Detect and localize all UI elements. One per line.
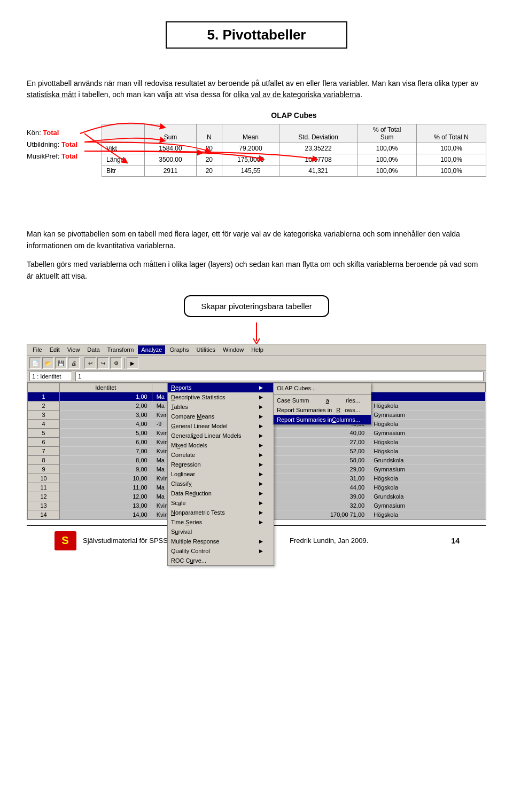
cell-v4: Högskola (369, 510, 486, 519)
spss-screenshot: File Edit View Data Transform Analyze Gr… (27, 344, 486, 520)
cell-v4: Högskola (369, 474, 486, 483)
menu-item-classify[interactable]: Classify ▶ (168, 479, 274, 488)
menu-item-descriptive[interactable]: Descriptive Statistics ▶ (168, 392, 274, 402)
toolbar-tool[interactable]: ⚙ (110, 357, 122, 369)
menu-item-loglinear[interactable]: Loglinear ▶ (168, 469, 274, 479)
cell-v4: Högskola (369, 401, 486, 410)
cell-v4: Gymnasium (369, 464, 486, 474)
submenu-olap[interactable]: OLAP Cubes... (274, 383, 371, 393)
toolbar-print[interactable]: 🖨 (68, 357, 80, 369)
row-num: 7 (28, 446, 60, 455)
footer-text-right: Fredrik Lundin, Jan 2009. (290, 537, 368, 545)
title-area: 5. Pivottabeller (27, 21, 486, 65)
row-label-bltr: Bltr (102, 165, 145, 177)
toolbar-sep-1 (82, 358, 82, 368)
toolbar-open[interactable]: 📂 (42, 357, 54, 369)
vikt-sum: 1584,00 (145, 143, 196, 154)
toolbar-run[interactable]: ▶ (127, 357, 138, 369)
cell-v4: Högskola (369, 419, 486, 428)
menu-transform[interactable]: Transform (104, 345, 137, 354)
cell-id: 7,00 (60, 446, 152, 455)
menu-edit[interactable]: Edit (46, 345, 63, 354)
row-num: 14 (28, 510, 60, 519)
title-box: 5. Pivottabeller (166, 21, 347, 49)
row-label-vikt: Vikt (102, 143, 145, 154)
cell-id: 1,00 (60, 392, 152, 401)
menu-item-compare[interactable]: Compare Means ▶ (168, 412, 274, 421)
row-num: 1 (28, 392, 60, 401)
cell-v4: Högskola (369, 446, 486, 455)
row-num: 4 (28, 419, 60, 428)
toolbar-undo[interactable]: ↩ (84, 357, 96, 369)
page-title: 5. Pivottabeller (177, 27, 336, 43)
menu-item-scale[interactable]: Scale ▶ (168, 498, 274, 508)
toolbar-redo[interactable]: ↪ (97, 357, 109, 369)
row-num: 8 (28, 455, 60, 464)
bltr-pct-sum: 100,0% (357, 165, 417, 177)
menu-item-nonparametric[interactable]: Nonparametric Tests ▶ (168, 508, 274, 517)
cell-id: 5,00 (60, 428, 152, 437)
cell-id: 10,00 (60, 474, 152, 483)
menu-item-quality[interactable]: Quality Control ▶ (168, 546, 274, 556)
menu-item-survival[interactable]: Survival (168, 527, 274, 537)
cell-v4: Gymnasium (369, 428, 486, 437)
col-std: Std. Deviation (279, 124, 357, 143)
langd-pct-sum: 100,0% (357, 154, 417, 165)
spss-filterbar: 1 : Identitet 1 (27, 371, 486, 383)
langd-sum: 3500,00 (145, 154, 196, 165)
olap-section: OLAP Cubes Kön: Total Utbildning: Total … (27, 111, 486, 218)
menu-window[interactable]: Window (220, 345, 247, 354)
menu-graphs[interactable]: Graphs (166, 345, 192, 354)
col-empty (102, 124, 145, 143)
bltr-n: 20 (196, 165, 222, 177)
menu-item-reports[interactable]: Reports ▶ (168, 383, 274, 392)
col-identitet: Identitet (60, 383, 152, 392)
toolbar-sep-2 (124, 358, 125, 368)
menu-item-mixed[interactable]: Mixed Models ▶ (168, 440, 274, 450)
row-num: 11 (28, 483, 60, 492)
bltr-std: 41,321 (279, 165, 357, 177)
menu-data[interactable]: Data (84, 345, 103, 354)
menu-item-timeseries[interactable]: Time Series ▶ (168, 517, 274, 527)
vikt-n: 20 (196, 143, 222, 154)
bltr-sum: 2911 (145, 165, 196, 177)
menu-file[interactable]: File (29, 345, 45, 354)
toolbar-save[interactable]: 💾 (55, 357, 67, 369)
menu-analyze[interactable]: Analyze (138, 345, 165, 354)
menu-item-glm[interactable]: General Linear Model ▶ (168, 421, 274, 431)
menu-item-tables[interactable]: Tables ▶ (168, 402, 274, 412)
cell-id: 3,00 (60, 410, 152, 419)
col-rownum (28, 383, 60, 392)
footer-page-num: 14 (451, 537, 460, 545)
vikt-pct-n: 100,0% (417, 143, 486, 154)
cell-id: 12,00 (60, 492, 152, 501)
toolbar-new[interactable]: 📄 (29, 357, 41, 369)
menu-item-data-reduction[interactable]: Data Reduction ▶ (168, 488, 274, 498)
submenu-columns[interactable]: Report Summaries in Columns... (274, 415, 371, 424)
menu-item-roc[interactable]: ROC Curve... (168, 556, 274, 565)
menu-item-multiple[interactable]: Multiple Response ▶ (168, 537, 274, 546)
menu-item-correlate[interactable]: Correlate ▶ (168, 450, 274, 460)
menu-item-regression[interactable]: Regression ▶ (168, 460, 274, 469)
col-pct-sum: % of TotalSum (357, 124, 417, 143)
cell-id: 4,00 (60, 419, 152, 428)
menu-help[interactable]: Help (248, 345, 267, 354)
col-extra2 (369, 383, 486, 392)
table-row: Bltr 2911 20 145,55 41,321 100,0% 100,0% (102, 165, 486, 177)
menu-utilities[interactable]: Utilities (193, 345, 219, 354)
stats-table-wrapper: Sum N Mean Std. Deviation % of TotalSum … (102, 124, 486, 177)
menu-view[interactable]: View (64, 345, 83, 354)
langd-n: 20 (196, 154, 222, 165)
submenu-case[interactable]: Case Summaries... (274, 396, 371, 405)
submenu-rows[interactable]: Report Summaries in Rows... (274, 405, 371, 415)
col-n: N (196, 124, 222, 143)
menu-item-gzlm[interactable]: Generalized Linear Models ▶ (168, 431, 274, 440)
row-num: 9 (28, 464, 60, 474)
cell-id: 8,00 (60, 455, 152, 464)
cell-v4: Gymnasium (369, 501, 486, 510)
skapar-arrow (230, 322, 283, 344)
row-num: 2 (28, 401, 60, 410)
olap-cubes-label: OLAP Cubes (102, 111, 486, 120)
paragraph-1: En pivottabell används när man vill redo… (27, 78, 486, 100)
vikt-std: 23,35222 (279, 143, 357, 154)
